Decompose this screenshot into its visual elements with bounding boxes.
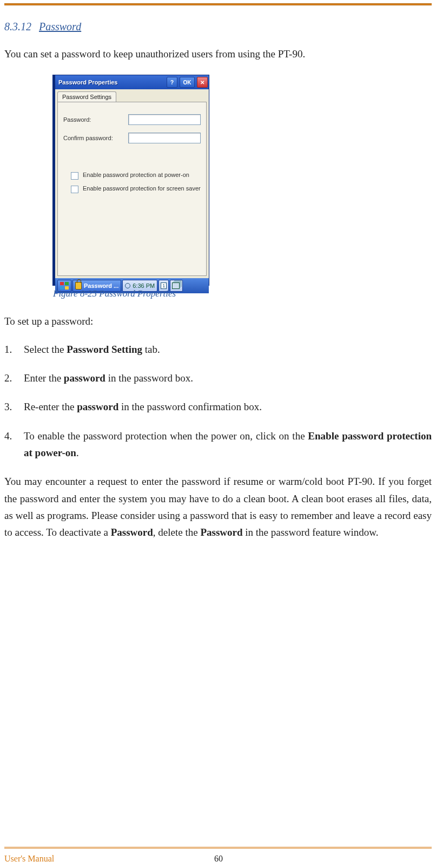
tab-password-settings[interactable]: Password Settings (57, 91, 116, 102)
window-title: Password Properties (58, 79, 164, 86)
confirm-password-input[interactable] (128, 133, 201, 143)
close-icon: ✕ (200, 80, 204, 86)
list-item: Select the Password Setting tab. (4, 341, 432, 358)
section-number: 8.3.12 (4, 21, 31, 32)
list-item: Re-enter the password in the password co… (4, 398, 432, 415)
steps-list: Select the Password Setting tab. Enter t… (4, 341, 432, 462)
lock-icon (75, 282, 82, 290)
window-titlebar[interactable]: Password Properties ? OK ✕ (55, 75, 209, 89)
clock-icon (125, 283, 130, 288)
instructions: To set up a password: Select the Passwor… (4, 312, 432, 541)
confirm-field-row: Confirm password: (63, 133, 201, 143)
section-title: Password (39, 21, 81, 32)
figure-caption: Figure 8-25 Password Properties (53, 288, 432, 299)
list-item: Enter the password in the password box. (4, 370, 432, 386)
password-input[interactable] (128, 114, 201, 125)
password-field-row: Password: (63, 114, 201, 125)
settings-panel: Password: Confirm password: Enable passw… (57, 102, 207, 276)
screensaver-checkbox[interactable] (71, 186, 78, 193)
setup-intro: To set up a password: (4, 312, 432, 331)
confirm-password-label: Confirm password: (63, 135, 128, 141)
help-button[interactable]: ? (167, 77, 177, 88)
poweron-check-row: Enable password protection at power-on (71, 172, 201, 180)
ok-label: OK (183, 80, 191, 86)
footer: User's Manual 60 (4, 854, 432, 864)
poweron-checkbox[interactable] (71, 172, 78, 180)
list-item: To enable the password protection when t… (4, 428, 432, 462)
poweron-checkbox-label: Enable password protection at power-on (83, 172, 189, 179)
section-heading: 8.3.12Password (4, 21, 432, 33)
password-properties-window: Password Properties ? OK ✕ Password Sett… (53, 75, 209, 285)
footer-rule (4, 847, 432, 849)
footer-left: User's Manual (4, 854, 54, 864)
intro-paragraph: You can set a password to keep unauthori… (4, 46, 432, 62)
page-number: 60 (54, 854, 383, 864)
screensaver-checkbox-label: Enable password protection for screen sa… (83, 185, 201, 193)
tab-row: Password Settings (55, 89, 209, 102)
close-button[interactable]: ✕ (197, 77, 208, 88)
figure: Password Properties ? OK ✕ Password Sett… (53, 75, 432, 299)
ok-button[interactable]: OK (180, 77, 195, 88)
note-paragraph: You may encounter a request to enter the… (4, 473, 432, 541)
help-icon: ? (170, 80, 174, 86)
password-label: Password: (63, 116, 128, 123)
page-content: 8.3.12Password You can set a password to… (4, 15, 432, 541)
top-rule (4, 3, 432, 5)
screensaver-check-row: Enable password protection for screen sa… (71, 185, 201, 193)
